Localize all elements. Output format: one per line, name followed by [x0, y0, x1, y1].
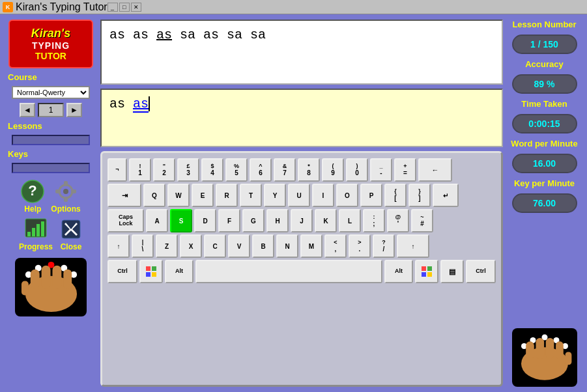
key-backtick[interactable]: ¬ — [107, 158, 127, 182]
key-win-left[interactable] — [139, 260, 163, 283]
close-button[interactable]: ✕ — [131, 3, 141, 12]
key-9[interactable]: (9 — [322, 158, 344, 182]
svg-rect-5 — [64, 197, 68, 202]
key-2[interactable]: "2 — [153, 158, 175, 182]
svg-rect-31 — [427, 266, 432, 271]
key-at[interactable]: @' — [387, 209, 409, 232]
key-v[interactable]: V — [228, 234, 250, 258]
key-i[interactable]: I — [312, 184, 334, 207]
key-comma[interactable]: <, — [324, 234, 347, 258]
svg-rect-41 — [536, 337, 544, 358]
bottom-row: Ctrl Alt Alt — [107, 260, 496, 283]
key-u[interactable]: U — [288, 184, 310, 207]
key-g[interactable]: G — [242, 209, 265, 232]
svg-text:?: ? — [29, 182, 37, 199]
key-period[interactable]: >. — [349, 234, 371, 258]
key-4[interactable]: $4 — [201, 158, 223, 182]
svg-rect-6 — [55, 189, 61, 193]
key-f[interactable]: F — [218, 209, 240, 232]
key-hash[interactable]: ~# — [411, 209, 433, 232]
key-semicolon[interactable]: :; — [363, 209, 385, 232]
key-3[interactable]: £3 — [177, 158, 199, 182]
key-ctrl-right[interactable]: Ctrl — [466, 260, 496, 283]
input-area[interactable]: as as — [100, 89, 503, 147]
key-equal[interactable]: += — [394, 158, 416, 182]
svg-rect-7 — [71, 189, 76, 193]
nav-row: ◄ 1 ► — [20, 103, 82, 117]
key-shift-left[interactable]: ↑ — [107, 234, 130, 258]
prev-page-button[interactable]: ◄ — [20, 103, 35, 117]
key-p[interactable]: P — [360, 184, 382, 207]
key-6[interactable]: ^6 — [250, 158, 272, 182]
buttons-row2: Progress Close — [19, 217, 83, 251]
key-slash[interactable]: ?/ — [373, 234, 395, 258]
key-menu[interactable]: ▤ — [440, 260, 464, 283]
svg-rect-42 — [545, 337, 554, 358]
key-ctrl-left[interactable]: Ctrl — [107, 260, 137, 283]
key-m[interactable]: M — [300, 234, 322, 258]
key-x[interactable]: X — [180, 234, 202, 258]
key-c[interactable]: C — [204, 234, 226, 258]
minimize-button[interactable]: _ — [107, 3, 118, 12]
help-label: Help — [24, 204, 41, 214]
key-w[interactable]: W — [167, 184, 190, 207]
key-a[interactable]: A — [146, 209, 168, 232]
key-space[interactable] — [195, 260, 382, 283]
keys-progress-bar — [12, 163, 90, 173]
key-bracket-open[interactable]: {[ — [384, 184, 407, 207]
stats-panel: Lesson Number 1 / 150 Accuracy 89 % Time… — [507, 20, 582, 387]
key-backspace[interactable]: ← — [418, 158, 452, 182]
accuracy-value: 89 % — [512, 74, 577, 94]
key-y[interactable]: Y — [264, 184, 286, 207]
close-label: Close — [61, 242, 82, 251]
key-t[interactable]: T — [240, 184, 262, 207]
key-backslash[interactable]: |\ — [132, 234, 154, 258]
key-win-right[interactable] — [415, 260, 438, 283]
options-button[interactable]: Options — [51, 180, 80, 214]
help-button[interactable]: ? Help — [21, 180, 44, 214]
key-o[interactable]: O — [336, 184, 358, 207]
left-hand-display — [15, 258, 87, 316]
key-l[interactable]: L — [339, 209, 361, 232]
pending-text: sa as sa sa — [172, 27, 266, 42]
key-d[interactable]: D — [194, 209, 216, 232]
key-j[interactable]: J — [291, 209, 313, 232]
sidebar: Kiran's TYPING TUTOR Course Normal-Qwert… — [5, 20, 96, 387]
key-k[interactable]: K — [315, 209, 337, 232]
key-tab[interactable]: ⇥ — [107, 184, 141, 207]
course-select[interactable]: Normal-Qwerty — [12, 86, 90, 99]
key-enter[interactable]: ↵ — [433, 184, 459, 207]
key-1[interactable]: !1 — [129, 158, 151, 182]
kpm-label: Key per Minute — [514, 178, 575, 188]
progress-button[interactable]: Progress — [19, 217, 53, 251]
key-0[interactable]: )0 — [346, 158, 368, 182]
key-shift-right[interactable]: ↑ — [397, 234, 429, 258]
key-alt-right[interactable]: Alt — [384, 260, 413, 283]
key-r[interactable]: R — [216, 184, 238, 207]
key-7[interactable]: &7 — [274, 158, 296, 182]
wpm-value: 16.00 — [512, 154, 577, 173]
key-bracket-close[interactable]: }] — [408, 184, 431, 207]
key-q[interactable]: Q — [143, 184, 165, 207]
key-h[interactable]: H — [266, 209, 289, 232]
key-minus[interactable]: _- — [370, 158, 392, 182]
key-s[interactable]: S — [170, 209, 192, 232]
zxcv-row: ↑ |\ Z X C V B N M <, >. ?/ ↑ — [107, 234, 496, 258]
help-icon: ? — [21, 180, 44, 203]
lessons-label: Lessons — [8, 121, 42, 131]
next-page-button[interactable]: ► — [66, 103, 82, 117]
key-b[interactable]: B — [252, 234, 274, 258]
key-capslock[interactable]: CapsLock — [107, 209, 144, 232]
key-z[interactable]: Z — [156, 234, 178, 258]
svg-rect-9 — [27, 232, 31, 236]
maximize-button[interactable]: □ — [119, 3, 130, 12]
key-n[interactable]: N — [276, 234, 298, 258]
key-5[interactable]: %5 — [225, 158, 248, 182]
key-alt-left[interactable]: Alt — [165, 260, 193, 283]
options-icon — [54, 180, 78, 203]
center-panel: as as as sa as sa sa as as ¬ !1 "2 £3 $4… — [100, 20, 503, 387]
kpm-value: 76.00 — [512, 193, 577, 213]
close-sidebar-button[interactable]: Close — [59, 217, 83, 251]
key-e[interactable]: E — [192, 184, 214, 207]
key-8[interactable]: *8 — [298, 158, 320, 182]
